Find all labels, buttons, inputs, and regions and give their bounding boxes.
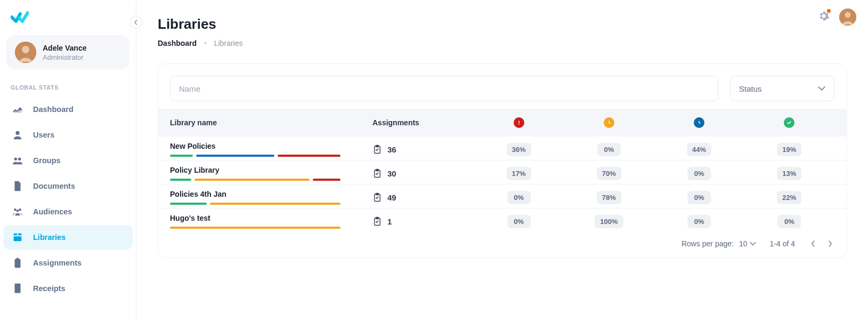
- clipboard-check-icon: [372, 168, 382, 178]
- pending-pct: 70%: [597, 167, 621, 180]
- table-row[interactable]: Policy Library3017%70%0%13%: [158, 160, 846, 184]
- libraries-card: Status Library name Assignments New Poli…: [158, 63, 847, 258]
- prev-page-button[interactable]: [809, 239, 817, 248]
- assignments-cell: 30: [372, 168, 474, 178]
- sidebar-nav: DashboardUsersGroupsDocumentsAudiencesLi…: [3, 97, 133, 301]
- library-name: Hugo's test: [170, 214, 372, 222]
- clipboard-check-icon: [372, 192, 382, 202]
- sidebar-section-title: GLOBAL STATS: [3, 80, 133, 96]
- clipboard-check-icon: [372, 216, 382, 226]
- col-complete-icon: [744, 117, 834, 128]
- sidebar-item-label: Libraries: [33, 233, 66, 242]
- svg-point-5: [14, 208, 17, 211]
- col-library-name: Library name: [170, 118, 372, 127]
- inprogress-pct: 0%: [687, 191, 711, 204]
- progress-segment-blue: [196, 155, 274, 157]
- pending-pct: 78%: [597, 191, 621, 204]
- sidebar-item-documents[interactable]: Documents: [3, 174, 133, 198]
- clipboard-icon: [12, 257, 23, 269]
- receipt-icon: [12, 283, 23, 294]
- settings-button[interactable]: [818, 10, 830, 24]
- user-icon: [12, 129, 23, 141]
- complete-pct: 13%: [777, 167, 801, 180]
- sidebar-item-dashboard[interactable]: Dashboard: [3, 97, 133, 122]
- table-body: New Policies3636%0%44%19%Policy Library3…: [158, 137, 846, 232]
- breadcrumb-libraries: Libraries: [214, 39, 243, 47]
- col-pending-icon: [564, 117, 654, 128]
- progress-segment-green: [170, 203, 207, 205]
- assignments-count: 36: [387, 145, 396, 154]
- complete-pct: 0%: [777, 215, 801, 228]
- svg-rect-8: [15, 259, 21, 268]
- pagination: Rows per page: 10 1-4 of 4: [158, 232, 846, 258]
- filters-row: Status: [158, 64, 846, 109]
- check-icon: [784, 117, 794, 128]
- overdue-pct: 36%: [507, 143, 531, 156]
- clock-icon: [604, 117, 614, 128]
- rows-per-page-select[interactable]: 10: [739, 239, 756, 248]
- sidebar-item-label: Users: [33, 131, 54, 139]
- topbar: [818, 9, 856, 26]
- complete-pct: 22%: [777, 191, 801, 204]
- document-icon: [12, 180, 23, 192]
- progress-segment-yellow: [170, 227, 340, 229]
- notification-dot: [827, 9, 831, 13]
- sidebar-item-receipts[interactable]: Receipts: [3, 276, 133, 301]
- sidebar-item-label: Receipts: [33, 284, 65, 293]
- main-content: Libraries Dashboard • Libraries Status L…: [136, 0, 868, 321]
- pagination-range: 1-4 of 4: [770, 239, 795, 248]
- breadcrumb-dashboard[interactable]: Dashboard: [158, 39, 197, 47]
- profile-role: Administrator: [43, 53, 87, 61]
- avatar: [15, 42, 36, 63]
- col-overdue-icon: [474, 117, 564, 128]
- assignments-count: 49: [387, 193, 396, 202]
- svg-point-2: [15, 131, 19, 135]
- progress-segment-red: [313, 179, 340, 181]
- overdue-pct: 17%: [507, 167, 531, 180]
- col-inprogress-icon: [654, 117, 744, 128]
- col-assignments: Assignments: [372, 118, 474, 127]
- group-icon: [12, 155, 23, 166]
- svg-point-1: [22, 46, 29, 53]
- status-filter-select[interactable]: Status: [730, 76, 834, 101]
- pending-pct: 0%: [597, 143, 621, 156]
- table-header: Library name Assignments: [158, 109, 846, 137]
- audience-icon: [12, 206, 23, 218]
- table-row[interactable]: Hugo's test10%100%0%0%: [158, 208, 846, 232]
- progress-segment-green: [170, 155, 193, 157]
- library-icon: [12, 231, 23, 243]
- sidebar-item-audiences[interactable]: Audiences: [3, 199, 133, 224]
- sidebar-item-libraries[interactable]: Libraries: [3, 225, 133, 250]
- svg-point-3: [14, 158, 17, 161]
- table-row[interactable]: Policies 4th Jan490%78%0%22%: [158, 184, 846, 208]
- progress-segment-yellow: [210, 203, 340, 205]
- svg-rect-12: [518, 121, 520, 123]
- chart-icon: [12, 103, 23, 115]
- profile-name: Adele Vance: [43, 44, 87, 52]
- sidebar-item-assignments[interactable]: Assignments: [3, 251, 133, 275]
- overdue-pct: 0%: [507, 215, 531, 228]
- topbar-avatar[interactable]: [839, 9, 856, 26]
- svg-point-13: [518, 124, 520, 125]
- svg-point-4: [18, 158, 21, 161]
- overdue-pct: 0%: [507, 191, 531, 204]
- sidebar-item-users[interactable]: Users: [3, 123, 133, 147]
- name-filter-input[interactable]: [170, 76, 718, 101]
- sidebar-item-label: Assignments: [33, 259, 82, 267]
- library-name: Policies 4th Jan: [170, 190, 372, 198]
- sidebar-item-label: Dashboard: [33, 105, 74, 114]
- chevron-down-icon: [818, 85, 825, 92]
- sidebar-item-groups[interactable]: Groups: [3, 148, 133, 173]
- table-row[interactable]: New Policies3636%0%44%19%: [158, 137, 846, 160]
- status-filter-label: Status: [739, 84, 762, 93]
- rows-per-page-label: Rows per page:: [682, 239, 734, 248]
- assignments-cell: 1: [372, 216, 474, 226]
- assignments-cell: 36: [372, 145, 474, 154]
- next-page-button[interactable]: [826, 239, 834, 248]
- profile-card[interactable]: Adele Vance Administrator: [6, 35, 129, 69]
- inprogress-pct: 0%: [687, 167, 711, 180]
- svg-rect-9: [16, 258, 19, 260]
- complete-pct: 19%: [777, 143, 801, 156]
- svg-point-11: [845, 12, 851, 18]
- page-title: Libraries: [158, 16, 847, 33]
